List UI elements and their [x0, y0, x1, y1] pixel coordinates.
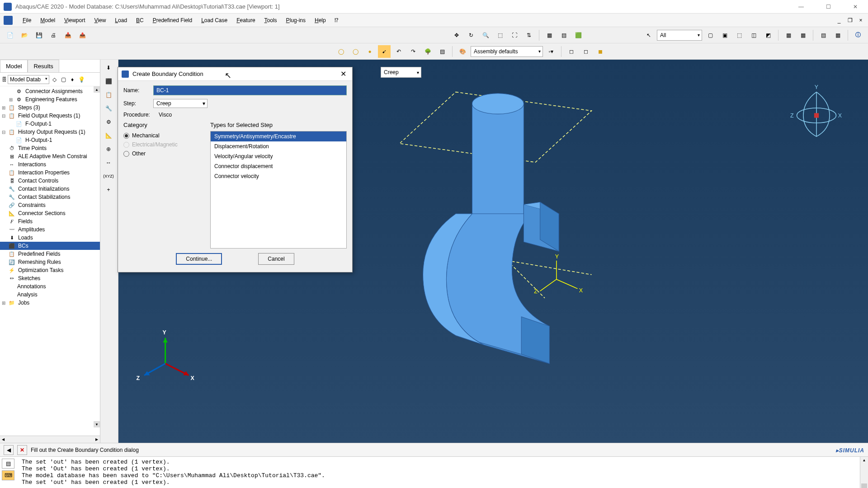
tree-item-bcs[interactable]: ⬛BCs: [0, 242, 100, 250]
inner-restore[interactable]: ❐: [846, 17, 854, 24]
tree-hscroll[interactable]: ◀ ▶: [0, 436, 100, 443]
tree-item-contact-stabilizations[interactable]: 🔧Contact Stabilizations: [0, 193, 100, 201]
parallel-icon[interactable]: ▤: [557, 29, 570, 42]
tree-item-optimization-tasks[interactable]: ⚡Optimization Tasks: [0, 266, 100, 274]
mod-btn-2[interactable]: ⬛: [101, 75, 116, 88]
tree-scroll-down[interactable]: ▼: [94, 421, 100, 427]
msg-kbd-icon[interactable]: ⌨: [2, 470, 14, 480]
message-text[interactable]: The set 'out' has been created (1 vertex…: [18, 457, 860, 488]
undo-icon[interactable]: ↶: [392, 45, 405, 58]
minimize-button[interactable]: —: [792, 2, 810, 11]
rotate-icon[interactable]: ↻: [465, 29, 477, 42]
import-icon[interactable]: 📥: [61, 29, 74, 42]
cube1-icon[interactable]: ◻: [565, 45, 578, 58]
tree-item-steps-3-[interactable]: ⊞📋Steps (3): [0, 103, 100, 112]
mod-btn-1[interactable]: ⬇: [101, 61, 116, 74]
filter-dropdown[interactable]: All: [657, 30, 702, 41]
mesh-icon-2[interactable]: ▦: [797, 29, 809, 42]
dialog-close-button[interactable]: ✕: [338, 69, 349, 80]
tree-item-f-output-1[interactable]: 📄F-Output-1: [0, 120, 100, 128]
cube3-icon[interactable]: ◼: [594, 45, 607, 58]
menu-model[interactable]: Model: [36, 15, 60, 25]
type-item-1[interactable]: Displacement/Rotation: [211, 141, 346, 151]
arrow-icon[interactable]: ➹: [378, 45, 391, 58]
tree-item-engineering-features[interactable]: ⊞⚙Engineering Features: [0, 95, 100, 103]
continue-button[interactable]: Continue...: [176, 253, 222, 265]
cancel-button[interactable]: Cancel: [258, 253, 294, 265]
inner-close[interactable]: ×: [857, 17, 864, 24]
tree-icon[interactable]: 🌳: [421, 45, 434, 58]
color-icon[interactable]: 🎨: [456, 45, 469, 58]
tree-item-ale-adaptive-mesh-constrai[interactable]: ⊞ALE Adaptive Mesh Constrai: [0, 152, 100, 160]
step-select[interactable]: Creep: [153, 99, 208, 108]
tree-item-analysis[interactable]: Analysis: [0, 291, 100, 299]
circle-icon-3[interactable]: ●: [363, 45, 376, 58]
cube-dd-icon[interactable]: ▫▾: [545, 45, 557, 58]
tree-item-amplitudes[interactable]: 〰Amplitudes: [0, 225, 100, 234]
model-db-dropdown[interactable]: Model Datab: [8, 75, 49, 84]
menu-load-case[interactable]: Load Case: [197, 15, 232, 25]
msg-filter-icon[interactable]: ▤: [2, 459, 14, 469]
tree-item-interaction-properties[interactable]: 📋Interaction Properties: [0, 169, 100, 177]
zoom-box-icon[interactable]: ⬚: [494, 29, 506, 42]
mod-btn-xyz[interactable]: (XYZ): [101, 170, 116, 183]
mod-btn-4[interactable]: 🔧: [101, 102, 116, 115]
mod-btn-8[interactable]: ↔: [101, 156, 116, 169]
field-icon-1[interactable]: ▤: [817, 29, 830, 42]
menu-bc[interactable]: BC: [132, 15, 148, 25]
tree-item-time-points[interactable]: ⏱Time Points: [0, 144, 100, 152]
tree-item-predefined-fields[interactable]: 📋Predefined Fields: [0, 250, 100, 258]
fit-icon[interactable]: ⛶: [508, 29, 521, 42]
tb-icon-5[interactable]: ◩: [762, 29, 774, 42]
perspective-icon[interactable]: ▦: [543, 29, 556, 42]
tree-item-contact-initializations[interactable]: 🔧Contact Initializations: [0, 185, 100, 193]
save-icon[interactable]: 💾: [33, 29, 45, 42]
tree-item-h-output-1[interactable]: 📄H-Output-1: [0, 136, 100, 144]
tree-item-annotations[interactable]: Annotations: [0, 282, 100, 291]
tree-btn-3[interactable]: ♦: [68, 73, 76, 86]
prompt-cancel-button[interactable]: ✕: [17, 445, 27, 455]
mod-btn-5[interactable]: ⚙: [101, 116, 116, 128]
mod-btn-3[interactable]: 📋: [101, 89, 116, 101]
tb-icon-2[interactable]: ▣: [718, 29, 731, 42]
category-radio-other[interactable]: Other: [123, 149, 205, 158]
tb-icon-1[interactable]: ▢: [704, 29, 717, 42]
tree-btn-4[interactable]: 💡: [77, 73, 85, 86]
menu-load[interactable]: Load: [110, 15, 132, 25]
pan-icon[interactable]: ✥: [450, 29, 463, 42]
maximize-button[interactable]: ☐: [819, 2, 837, 11]
mod-btn-9[interactable]: +: [101, 183, 116, 196]
list-icon[interactable]: ▤: [436, 45, 448, 58]
zoom-icon[interactable]: 🔍: [479, 29, 492, 42]
new-icon[interactable]: 📄: [4, 29, 16, 42]
prompt-back-button[interactable]: ◀: [4, 445, 14, 455]
category-radio-mechanical[interactable]: Mechanical: [123, 131, 205, 140]
menu-file[interactable]: File: [18, 15, 36, 25]
mesh-icon-1[interactable]: ▦: [782, 29, 795, 42]
model-tree[interactable]: ▲ ⚙Connector Assignments⊞⚙Engineering Fe…: [0, 86, 100, 436]
tree-item-fields[interactable]: 𝐹Fields: [0, 217, 100, 225]
tree-item-jobs[interactable]: ⊞📁Jobs: [0, 299, 100, 307]
type-item-0[interactable]: Symmetry/Antisymmetry/Encastre: [211, 131, 346, 141]
tab-results[interactable]: Results: [28, 60, 59, 72]
menu-help[interactable]: Help: [310, 15, 330, 25]
name-input[interactable]: [153, 85, 347, 95]
assembly-dropdown[interactable]: Assembly defaults: [471, 46, 543, 57]
cycle-icon[interactable]: ⇅: [523, 29, 535, 42]
tree-item-interactions[interactable]: ↔Interactions: [0, 160, 100, 169]
menu-feature[interactable]: Feature: [232, 15, 259, 25]
tb-icon-3[interactable]: ⬚: [733, 29, 745, 42]
print-icon[interactable]: 🖨: [47, 29, 60, 42]
tree-item-history-output-requests-1-[interactable]: ⊟📋History Output Requests (1): [0, 128, 100, 136]
shade-icon[interactable]: 🟩: [572, 29, 585, 42]
mod-btn-7[interactable]: ⊕: [101, 143, 116, 155]
select-icon[interactable]: ↖: [642, 29, 655, 42]
tree-item-remeshing-rules[interactable]: 🔄Remeshing Rules: [0, 258, 100, 266]
circle-icon-2[interactable]: ◯: [349, 45, 362, 58]
mod-btn-6[interactable]: 📐: [101, 129, 116, 142]
tree-btn-1[interactable]: ◇: [50, 73, 58, 86]
inner-minimize[interactable]: _: [835, 17, 843, 24]
menu-plugins[interactable]: Plug-ins: [282, 15, 310, 25]
field-icon-2[interactable]: ▦: [831, 29, 844, 42]
tree-item-sketches[interactable]: ✏Sketches: [0, 274, 100, 282]
